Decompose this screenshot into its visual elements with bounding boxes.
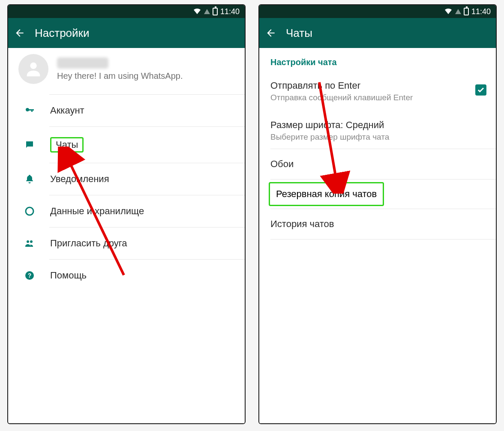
page-title: Чаты (286, 27, 312, 40)
people-icon (24, 238, 36, 248)
signal-icon (455, 9, 461, 14)
setting-title: Отправлять по Enter (270, 80, 468, 91)
status-bar: 11:40 (8, 5, 245, 18)
setting-wallpaper[interactable]: Обои (259, 149, 496, 179)
menu-label-highlighted: Чаты (50, 137, 84, 153)
setting-history[interactable]: История чатов (259, 209, 496, 239)
status-time: 11:40 (220, 7, 240, 16)
setting-subtitle: Выберите размер шрифта чата (270, 132, 486, 142)
profile-texts: Hey there! I am using WhatsApp. (57, 57, 236, 81)
setting-backup-highlighted[interactable]: Резервная копия чатов (269, 182, 384, 206)
help-icon: ? (24, 270, 36, 281)
menu-item-chats[interactable]: Чаты (8, 127, 245, 163)
setting-label: Обои (270, 159, 294, 169)
chat-icon (24, 140, 36, 150)
profile-status: Hey there! I am using WhatsApp. (57, 71, 236, 81)
data-icon (24, 206, 36, 216)
menu-item-help[interactable]: ? Помощь (8, 260, 245, 291)
menu-label: Чаты (56, 139, 78, 150)
wifi-icon (193, 8, 201, 15)
bell-icon (24, 174, 36, 184)
section-header: Настройки чата (259, 48, 496, 73)
setting-font-size[interactable]: Размер шрифта: Средний Выберите размер ш… (259, 109, 496, 149)
divider (270, 239, 496, 239)
svg-point-2 (27, 240, 29, 243)
profile-name-blurred (57, 57, 108, 69)
svg-text:?: ? (28, 272, 32, 279)
setting-label: История чатов (270, 218, 334, 229)
menu-item-account[interactable]: Аккаунт (8, 95, 245, 126)
battery-icon (213, 8, 218, 15)
svg-point-0 (30, 63, 36, 69)
battery-icon (464, 8, 469, 15)
menu-item-data[interactable]: Данные и хранилище (8, 195, 245, 227)
app-bar: Чаты (259, 18, 496, 48)
menu-label: Данные и хранилище (50, 206, 144, 217)
menu-label: Уведомления (50, 174, 109, 185)
phone-right: 11:40 Чаты Настройки чата Отправлять по … (258, 4, 497, 424)
avatar (18, 54, 48, 84)
menu-label: Аккаунт (50, 105, 84, 116)
profile-row[interactable]: Hey there! I am using WhatsApp. (8, 48, 245, 94)
checkbox-checked[interactable] (475, 84, 486, 96)
page-title: Настройки (35, 27, 90, 40)
app-bar: Настройки (8, 18, 245, 48)
phone-left: 11:40 Настройки Hey there! I am using Wh… (7, 4, 246, 424)
key-icon (24, 105, 36, 116)
menu-label: Помощь (50, 270, 87, 281)
wifi-icon (444, 8, 453, 15)
signal-icon (204, 9, 210, 14)
status-bar: 11:40 (259, 5, 496, 18)
setting-label: Резервная копия чатов (276, 189, 377, 199)
divider (270, 179, 496, 180)
menu-item-invite[interactable]: Пригласить друга (8, 227, 245, 259)
menu-item-notifications[interactable]: Уведомления (8, 163, 245, 195)
setting-subtitle: Отправка сообщений клавишей Enter (270, 93, 468, 102)
back-button[interactable] (14, 27, 25, 39)
svg-point-1 (26, 207, 33, 215)
svg-point-3 (30, 240, 33, 243)
back-button[interactable] (265, 27, 276, 39)
settings-content: Hey there! I am using WhatsApp. Аккаунт … (8, 48, 245, 423)
setting-enter-to-send[interactable]: Отправлять по Enter Отправка сообщений к… (259, 73, 496, 109)
menu-label: Пригласить друга (50, 238, 127, 249)
status-time: 11:40 (471, 7, 491, 16)
chats-settings-content: Настройки чата Отправлять по Enter Отпра… (259, 48, 496, 423)
setting-title: Размер шрифта: Средний (270, 120, 486, 131)
